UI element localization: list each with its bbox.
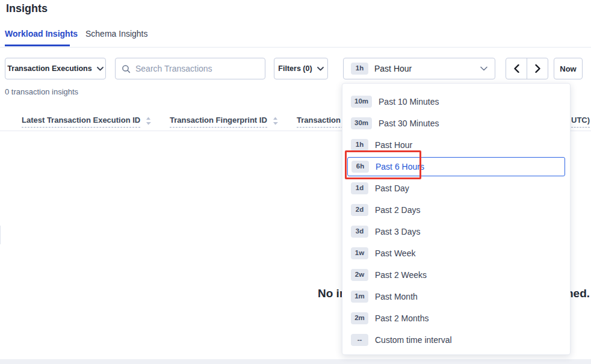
time-option-badge: -- — [351, 334, 368, 346]
time-option-past-6-hours[interactable]: 6hPast 6 Hours — [347, 157, 565, 176]
time-option-past-month[interactable]: 1mPast Month — [342, 286, 570, 307]
time-option-past-3-days[interactable]: 3dPast 3 Days — [342, 221, 570, 242]
time-option-badge: 1d — [351, 182, 368, 194]
chevron-down-icon — [97, 67, 104, 71]
active-tab-underline — [5, 45, 70, 46]
tab-schema-insights[interactable]: Schema Insights — [85, 29, 148, 39]
column-header-label[interactable]: Latest Transaction Execution ID — [22, 116, 140, 128]
time-interval-picker[interactable]: 1h Past Hour — [343, 58, 495, 79]
time-option-label: Past Month — [375, 292, 418, 301]
sort-icon[interactable] — [273, 117, 278, 125]
column-header: Latest Transaction Execution ID — [22, 116, 151, 128]
time-option-badge: 1w — [351, 247, 368, 259]
time-option-badge: 1m — [351, 291, 368, 303]
now-button[interactable]: Now — [554, 58, 583, 79]
time-option-past-2-weeks[interactable]: 2wPast 2 Weeks — [342, 264, 570, 286]
time-option-badge: 6h — [351, 161, 369, 173]
time-option-badge: 2m — [351, 312, 368, 324]
workload-type-select[interactable]: Transaction Executions — [5, 58, 106, 79]
tab-bar: Workload Insights Schema Insights — [0, 28, 591, 47]
time-option-label: Past 6 Hours — [376, 162, 424, 171]
search-input[interactable] — [135, 64, 259, 73]
time-option-label: Custom time interval — [375, 335, 452, 345]
chevron-down-icon — [480, 66, 487, 71]
time-option-badge: 2w — [351, 269, 368, 281]
time-interval-badge: 1h — [351, 63, 368, 75]
column-header: Transaction Fingerprint ID — [170, 116, 278, 128]
time-interval-label: Past Hour — [374, 64, 474, 73]
next-time-button[interactable] — [527, 58, 548, 79]
chevron-right-icon — [535, 64, 540, 73]
time-option-past-2-months[interactable]: 2mPast 2 Months — [342, 307, 570, 329]
filters-label: Filters (0) — [278, 64, 312, 73]
table-left-edge — [0, 226, 1, 244]
column-header-label[interactable]: Transaction Fingerprint ID — [170, 116, 267, 128]
time-option-label: Past 3 Days — [375, 227, 420, 236]
time-interval-dropdown: 10mPast 10 Minutes30mPast 30 Minutes1hPa… — [342, 83, 571, 355]
time-option-label: Past 2 Weeks — [375, 270, 427, 280]
time-option-past-day[interactable]: 1dPast Day — [342, 177, 570, 199]
time-option-past-hour[interactable]: 1hPast Hour — [342, 134, 570, 156]
workload-type-label: Transaction Executions — [7, 64, 91, 73]
time-option-label: Past 10 Minutes — [379, 97, 439, 106]
sort-icon[interactable] — [146, 117, 151, 125]
time-option-badge: 2d — [351, 204, 368, 216]
time-option-badge: 30m — [351, 117, 372, 129]
page-background-strip — [0, 359, 591, 364]
time-option-label: Past Hour — [375, 140, 412, 150]
column-header-utc-fragment[interactable]: UTC) — [571, 116, 590, 128]
time-option-label: Past 2 Months — [375, 313, 429, 323]
chevron-left-icon — [514, 64, 519, 73]
time-option-custom-time-interval[interactable]: --Custom time interval — [342, 329, 570, 351]
now-label: Now — [560, 64, 576, 73]
search-box[interactable] — [115, 58, 265, 79]
time-option-label: Past Week — [375, 248, 415, 258]
chevron-down-icon — [317, 67, 324, 71]
time-option-label: Past 2 Days — [375, 205, 420, 215]
time-option-past-10-minutes[interactable]: 10mPast 10 Minutes — [342, 91, 570, 113]
time-option-label: Past 30 Minutes — [379, 119, 439, 128]
tab-divider — [0, 47, 591, 48]
previous-time-button[interactable] — [506, 58, 527, 79]
filters-button[interactable]: Filters (0) — [274, 58, 328, 79]
time-option-past-2-days[interactable]: 2dPast 2 Days — [342, 199, 570, 221]
insights-count: 0 transaction insights — [5, 87, 78, 96]
time-option-badge: 1h — [351, 139, 368, 151]
time-option-badge: 10m — [351, 96, 372, 108]
time-option-past-week[interactable]: 1wPast Week — [342, 242, 570, 264]
time-pager — [506, 58, 548, 79]
page-title: Insights — [6, 2, 48, 15]
search-icon — [122, 64, 131, 73]
time-option-label: Past Day — [375, 184, 409, 193]
time-option-past-30-minutes[interactable]: 30mPast 30 Minutes — [342, 113, 570, 134]
tab-workload-insights[interactable]: Workload Insights — [5, 29, 78, 39]
insights-page: Insights Workload Insights Schema Insigh… — [0, 0, 591, 364]
time-option-badge: 3d — [351, 226, 368, 238]
